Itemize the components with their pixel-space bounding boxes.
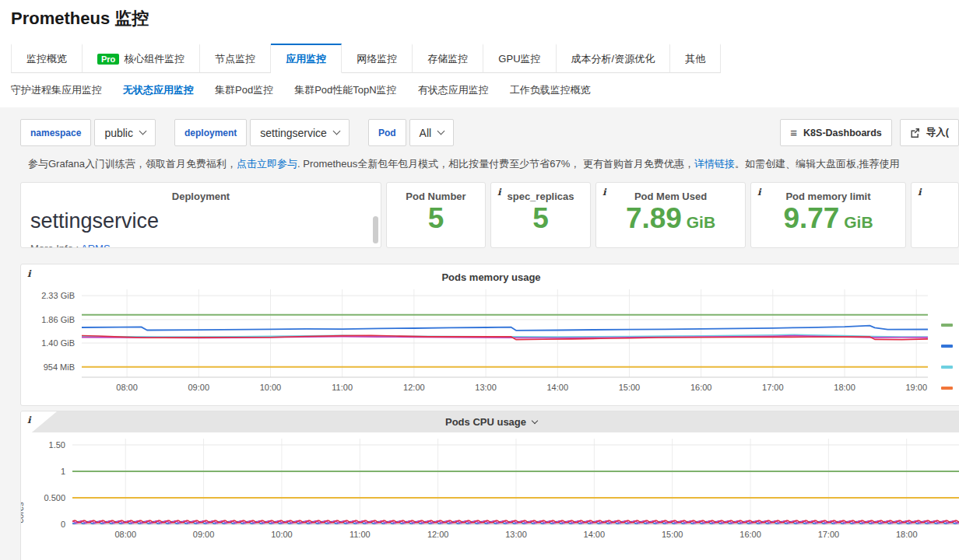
panel-scrollbar[interactable] xyxy=(373,216,378,243)
stat-number: 5 xyxy=(532,202,549,234)
memory-chart[interactable]: 08:0009:0010:0011:0012:0013:0014:0015:00… xyxy=(21,286,959,395)
cpu-chart-title[interactable]: Pods CPU usage xyxy=(445,416,537,428)
variable-value-text: All xyxy=(420,127,432,139)
k8s-dashboards-button[interactable]: ≡ K8S-Dashboards xyxy=(780,119,892,146)
pro-badge: Pro xyxy=(97,54,119,65)
secondary-tab-0[interactable]: 守护进程集应用监控 xyxy=(11,83,102,97)
tab-label: 成本分析/资源优化 xyxy=(571,52,655,66)
primary-tab-4[interactable]: 网络监控 xyxy=(342,44,413,73)
notice-text-4: 。如需创建、编辑大盘面板,推荐使用 xyxy=(735,158,900,170)
notice-link-3[interactable]: 详情链接 xyxy=(694,158,735,170)
svg-text:1.40 GiB: 1.40 GiB xyxy=(41,338,75,348)
svg-text:12:00: 12:00 xyxy=(427,530,449,539)
stat-number: 9.77 xyxy=(783,202,839,234)
stat-title: Deployment xyxy=(21,191,381,202)
svg-text:09:00: 09:00 xyxy=(193,530,215,539)
info-icon[interactable]: i xyxy=(27,415,31,425)
secondary-tab-4[interactable]: 有状态应用监控 xyxy=(418,83,489,97)
primary-tab-0[interactable]: 监控概览 xyxy=(11,44,83,73)
info-icon[interactable]: i xyxy=(918,187,922,198)
svg-text:10:00: 10:00 xyxy=(260,383,282,392)
stat-value: 5 xyxy=(491,203,590,234)
variable-value-1[interactable]: settingservice xyxy=(250,119,350,146)
more-info: More Info : ARMS xyxy=(21,243,381,248)
external-link-icon xyxy=(910,128,920,138)
arms-link[interactable]: ARMS xyxy=(81,243,111,248)
svg-text:16:00: 16:00 xyxy=(690,383,712,392)
svg-text:19:00: 19:00 xyxy=(905,383,927,392)
primary-tab-2[interactable]: 节点监控 xyxy=(200,44,271,73)
stats-row: Deployment settingservice More Info : AR… xyxy=(20,182,959,248)
cpu-y-axis-label: cores xyxy=(20,502,25,523)
cpu-panel-header: i Pods CPU usage xyxy=(21,411,959,432)
secondary-tab-1[interactable]: 无状态应用监控 xyxy=(123,83,194,97)
info-icon[interactable]: i xyxy=(497,187,501,198)
secondary-tab-3[interactable]: 集群Pod性能TopN监控 xyxy=(294,83,396,97)
stat-title: spec_replicas xyxy=(491,191,590,202)
svg-text:11:00: 11:00 xyxy=(332,383,353,392)
svg-text:08:00: 08:00 xyxy=(116,383,138,392)
stat-title: Pod Number xyxy=(387,191,485,202)
svg-text:16:00: 16:00 xyxy=(739,530,761,539)
svg-text:18:00: 18:00 xyxy=(896,530,918,539)
menu-icon: ≡ xyxy=(790,126,797,139)
svg-text:14:00: 14:00 xyxy=(584,530,606,539)
chevron-down-icon xyxy=(139,128,147,135)
memory-chart-title[interactable]: Pods memory usage xyxy=(21,271,959,283)
promo-notice: 参与Grafana入门训练营，领取首月免费福利，点击立即参与. Promethe… xyxy=(28,157,959,171)
primary-tab-8[interactable]: 其他 xyxy=(670,44,721,73)
svg-text:10:00: 10:00 xyxy=(271,530,293,539)
legend-item-2[interactable] xyxy=(941,366,953,369)
legend-item-1[interactable] xyxy=(941,345,953,348)
svg-text:1: 1 xyxy=(61,467,65,476)
svg-text:13:00: 13:00 xyxy=(505,530,527,539)
tab-label: 核心组件监控 xyxy=(124,52,184,66)
variable-label-1[interactable]: deployment xyxy=(174,119,247,146)
tab-label: 监控概览 xyxy=(26,52,67,66)
primary-tab-6[interactable]: GPU监控 xyxy=(483,44,556,73)
variable-label-2[interactable]: Pod xyxy=(368,119,406,146)
primary-tab-1[interactable]: Pro核心组件监控 xyxy=(83,44,200,73)
tab-label: GPU监控 xyxy=(498,52,540,66)
memory-chart-panel: i Pods memory usage 08:0009:0010:0011:00… xyxy=(20,264,959,406)
chevron-down-icon xyxy=(532,418,538,424)
legend-item-0[interactable] xyxy=(941,324,953,327)
primary-tabs: 监控概览Pro核心组件监控节点监控应用监控网络监控存储监控GPU监控成本分析/资… xyxy=(11,44,721,73)
svg-text:2.33 GiB: 2.33 GiB xyxy=(41,291,75,300)
secondary-tab-5[interactable]: 工作负载监控概览 xyxy=(510,83,591,97)
k8s-dashboards-label: K8S-Dashboards xyxy=(803,128,882,138)
stat-panel-3: iPod memory limit9.77 GiB xyxy=(750,182,906,248)
tab-label: 网络监控 xyxy=(357,52,397,66)
svg-text:12:00: 12:00 xyxy=(403,383,425,392)
tab-label: 存储监控 xyxy=(427,52,468,66)
variable-value-0[interactable]: public xyxy=(94,119,156,146)
stat-title: Pod memory limit xyxy=(751,191,905,202)
stat-panel-2: iPod Mem Used7.89 GiB xyxy=(595,182,746,248)
legend-item-3[interactable] xyxy=(941,387,953,390)
chevron-down-icon xyxy=(332,128,340,135)
primary-tab-3[interactable]: 应用监控 xyxy=(271,44,342,73)
memory-chart-legend xyxy=(941,324,953,390)
filter-row: namespacepublicdeploymentsettingserviceP… xyxy=(20,119,959,146)
chevron-down-icon xyxy=(437,128,445,135)
stat-panel-1: ispec_replicas5 xyxy=(490,182,591,248)
info-icon[interactable]: i xyxy=(602,187,606,198)
stat-number: 5 xyxy=(428,202,444,234)
notice-link-1[interactable]: 点击立即参与 xyxy=(237,158,297,170)
import-button[interactable]: 导入( xyxy=(900,119,959,146)
secondary-tabs: 守护进程集应用监控无状态应用监控集群Pod监控集群Pod性能TopN监控有状态应… xyxy=(11,83,959,97)
cpu-chart[interactable]: cores 08:0009:0010:0011:0012:0013:0014:0… xyxy=(21,436,959,554)
variable-value-2[interactable]: All xyxy=(409,119,455,146)
deployment-value: settingservice xyxy=(21,209,381,233)
info-icon[interactable]: i xyxy=(757,187,761,198)
primary-tab-7[interactable]: 成本分析/资源优化 xyxy=(557,44,671,73)
info-icon[interactable]: i xyxy=(27,268,31,279)
primary-tab-5[interactable]: 存储监控 xyxy=(413,44,483,73)
variable-label-0[interactable]: namespace xyxy=(20,119,91,146)
secondary-tab-2[interactable]: 集群Pod监控 xyxy=(215,83,273,97)
svg-text:13:00: 13:00 xyxy=(475,383,497,392)
more-info-label: More Info : xyxy=(30,243,79,248)
svg-text:11:00: 11:00 xyxy=(350,530,371,539)
notice-text-2: . Prometheus全新包年包月模式，相比按量付费至少节省67%， 更有首购… xyxy=(297,158,694,170)
svg-text:1.50: 1.50 xyxy=(49,440,65,450)
